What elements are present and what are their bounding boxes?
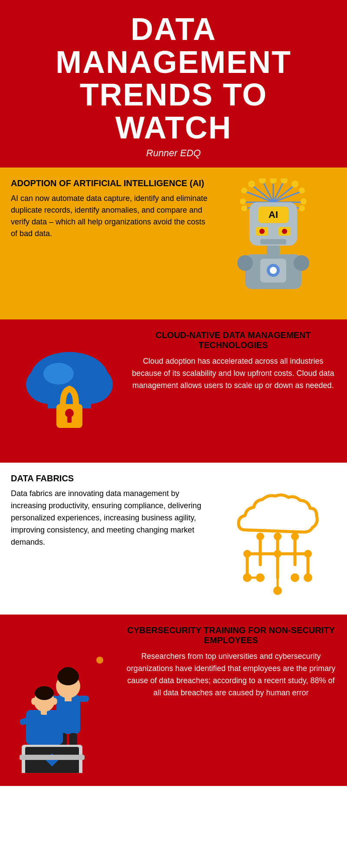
svg-point-32: [237, 255, 253, 271]
cyber-text: CYBERSECURITY TRAINING FOR NON-SECURITY …: [126, 625, 336, 699]
svg-point-82: [52, 698, 57, 705]
svg-rect-72: [78, 696, 89, 702]
cyber-image: [9, 625, 121, 773]
fabrics-image: [217, 473, 338, 604]
svg-point-36: [270, 267, 277, 274]
svg-point-41: [43, 363, 74, 385]
cloud-body: Cloud adoption has accelerated across al…: [130, 355, 336, 392]
cloud-lock-icon: [17, 330, 121, 452]
svg-point-55: [274, 550, 282, 558]
page-header: DATA MANAGEMENT TRENDS TO WATCH Runner E…: [0, 0, 347, 168]
svg-point-15: [291, 181, 298, 187]
svg-line-0: [252, 185, 273, 202]
ai-image: AI: [213, 178, 334, 309]
svg-rect-30: [267, 246, 280, 254]
svg-point-79: [35, 686, 54, 700]
ai-body: AI can now automate data capture, identi…: [11, 193, 208, 240]
svg-text:AI: AI: [268, 209, 278, 220]
ai-text: ADOPTION OF ARTIFICIAL INTELLIGENCE (AI)…: [11, 178, 208, 240]
cloud-title: CLOUD-NATIVE DATA MANAGEMENT TECHNOLOGIE…: [130, 330, 336, 350]
svg-rect-77: [26, 710, 63, 745]
ai-title: ADOPTION OF ARTIFICIAL INTELLIGENCE (AI): [11, 178, 208, 188]
svg-rect-80: [41, 710, 47, 715]
fabrics-text: DATA FABRICS Data fabrics are innovating…: [11, 473, 213, 548]
cybersecurity-people-icon: [13, 625, 117, 773]
svg-point-19: [240, 198, 246, 204]
section-ai: ADOPTION OF ARTIFICIAL INTELLIGENCE (AI)…: [0, 168, 347, 319]
svg-rect-29: [260, 239, 286, 244]
page-title: DATA MANAGEMENT TRENDS TO WATCH: [17, 13, 330, 144]
svg-point-56: [304, 550, 312, 558]
svg-point-53: [291, 533, 299, 540]
svg-point-60: [291, 573, 299, 582]
page-subtitle: Runner EDQ: [17, 148, 330, 159]
ai-robot-icon: AI: [217, 178, 330, 309]
svg-point-27: [259, 229, 265, 234]
cloud-text: CLOUD-NATIVE DATA MANAGEMENT TECHNOLOGIE…: [130, 330, 336, 392]
svg-rect-87: [20, 755, 85, 760]
svg-point-28: [282, 229, 287, 234]
data-fabric-icon: [221, 473, 334, 604]
svg-rect-70: [65, 696, 72, 701]
svg-point-13: [270, 178, 277, 184]
svg-point-20: [299, 205, 305, 211]
svg-point-21: [241, 205, 247, 211]
fabrics-title: DATA FABRICS: [11, 473, 213, 483]
fabrics-body: Data fabrics are innovating data managem…: [11, 488, 213, 548]
svg-point-14: [281, 178, 288, 184]
cyber-title: CYBERSECURITY TRAINING FOR NON-SECURITY …: [126, 625, 336, 645]
svg-point-11: [248, 181, 255, 187]
svg-point-52: [274, 533, 282, 540]
svg-point-69: [60, 667, 76, 679]
cyber-body: Researchers from top universities and cy…: [126, 651, 336, 699]
svg-point-61: [304, 573, 312, 582]
svg-point-33: [294, 255, 309, 271]
svg-point-51: [256, 533, 264, 540]
svg-point-12: [259, 178, 266, 184]
section-fabrics: DATA FABRICS Data fabrics are innovating…: [0, 463, 347, 615]
svg-point-81: [31, 698, 36, 705]
svg-line-4: [273, 185, 295, 202]
svg-point-64: [96, 657, 103, 664]
svg-rect-44: [67, 416, 72, 423]
section-cyber: CYBERSECURITY TRAINING FOR NON-SECURITY …: [0, 615, 347, 786]
svg-point-17: [241, 187, 247, 194]
svg-point-16: [299, 187, 305, 194]
svg-point-18: [301, 198, 307, 204]
section-cloud: CLOUD-NATIVE DATA MANAGEMENT TECHNOLOGIE…: [0, 319, 347, 463]
svg-point-54: [243, 550, 251, 558]
cloud-image: [13, 330, 126, 452]
